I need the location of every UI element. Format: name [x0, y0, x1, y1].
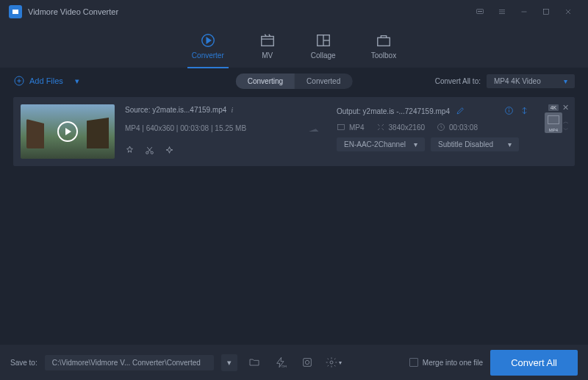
- tab-toolbox[interactable]: Toolbox: [371, 28, 396, 64]
- info-output-icon[interactable]: [504, 106, 514, 117]
- convert-all-button[interactable]: Convert All: [490, 350, 578, 376]
- add-files-button[interactable]: Add Files ▾: [13, 75, 79, 87]
- svg-rect-26: [338, 125, 345, 130]
- chevron-down-icon: ▾: [508, 140, 512, 148]
- output-duration: 00:03:08: [449, 123, 478, 132]
- svg-point-31: [330, 361, 333, 364]
- task-schedule-icon[interactable]: [298, 354, 317, 371]
- file-item: Source: y2mate.is...47159.mp4 i MP4 | 64…: [13, 97, 575, 166]
- source-filename: Source: y2mate.is...47159.mp4: [125, 106, 226, 114]
- audio-track-select[interactable]: EN-AAC-2Channel▾: [337, 137, 425, 151]
- minimize-button[interactable]: [513, 3, 535, 21]
- merge-label: Merge into one file: [423, 359, 483, 367]
- output-format-dropdown[interactable]: MP4 4K Video ▾: [487, 74, 575, 88]
- trim-icon[interactable]: [145, 146, 154, 157]
- svg-point-2: [480, 11, 481, 12]
- convert-all-to-label: Convert All to:: [435, 77, 481, 85]
- edit-icon[interactable]: [456, 106, 465, 117]
- remove-item-button[interactable]: ✕: [562, 103, 569, 112]
- app-logo: [9, 5, 22, 18]
- enhance-icon[interactable]: [165, 146, 174, 157]
- video-thumbnail[interactable]: [21, 104, 115, 159]
- play-icon: [57, 121, 78, 142]
- chevron-down-icon: ▾: [564, 77, 567, 85]
- compress-icon[interactable]: [520, 106, 529, 117]
- tab-label: Toolbox: [371, 51, 396, 60]
- move-down-button[interactable]: ﹀: [563, 126, 569, 134]
- dropdown-value: MP4 4K Video: [494, 77, 541, 85]
- path-dropdown-button[interactable]: ▾: [221, 354, 237, 371]
- format-icon: MP4: [545, 112, 562, 133]
- merge-checkbox[interactable]: Merge into one file: [409, 358, 483, 367]
- settings-icon[interactable]: ▾: [324, 354, 343, 371]
- tab-label: Collage: [311, 51, 336, 60]
- svg-rect-16: [378, 37, 390, 46]
- info-icon[interactable]: i: [231, 106, 233, 114]
- svg-point-30: [305, 360, 309, 364]
- app-title: Vidmore Video Converter: [28, 7, 118, 16]
- chevron-down-icon: ▾: [75, 76, 79, 86]
- tab-label: Converter: [192, 51, 224, 60]
- format-badge: 4K: [548, 104, 559, 111]
- hardware-accel-icon[interactable]: OFF: [271, 354, 290, 371]
- subtab-converted[interactable]: Converted: [295, 74, 352, 89]
- arrow-icon: [304, 104, 326, 159]
- output-format: MP4: [349, 123, 365, 132]
- subtitle-select[interactable]: Subtitle Disabled▾: [431, 137, 519, 151]
- menu-icon[interactable]: [491, 3, 513, 21]
- svg-text:OFF: OFF: [282, 365, 287, 368]
- move-up-button[interactable]: ︿: [563, 118, 569, 126]
- open-folder-icon[interactable]: [245, 354, 264, 371]
- tab-collage[interactable]: Collage: [311, 28, 336, 64]
- chevron-down-icon: ▾: [414, 140, 417, 148]
- tab-mv[interactable]: MV: [259, 28, 276, 64]
- add-files-label: Add Files: [29, 76, 63, 85]
- svg-point-1: [478, 11, 479, 12]
- output-path-field[interactable]: C:\Vidmore\Vidmore V... Converter\Conver…: [45, 355, 214, 370]
- save-to-label: Save to:: [10, 359, 37, 367]
- subtab-converting[interactable]: Converting: [236, 74, 295, 89]
- svg-rect-12: [262, 36, 274, 46]
- checkbox-icon: [409, 358, 418, 367]
- close-button[interactable]: [557, 3, 579, 21]
- output-resolution: 3840x2160: [389, 123, 426, 132]
- svg-point-3: [481, 11, 482, 12]
- source-meta: MP4 | 640x360 | 00:03:08 | 15.25 MB: [125, 124, 294, 132]
- svg-rect-8: [544, 10, 549, 15]
- output-filename: Output: y2mate.is -...7247159.mp4: [337, 107, 450, 115]
- svg-point-24: [509, 109, 509, 110]
- feedback-icon[interactable]: [469, 3, 491, 21]
- svg-rect-29: [303, 359, 311, 367]
- maximize-button[interactable]: [535, 3, 557, 21]
- tab-label: MV: [262, 51, 273, 60]
- effects-icon[interactable]: [125, 146, 135, 157]
- tab-converter[interactable]: Converter: [192, 28, 224, 64]
